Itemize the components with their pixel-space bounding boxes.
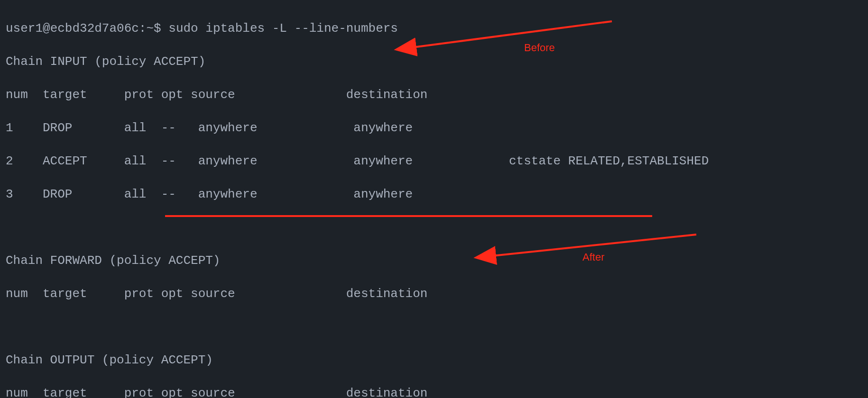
table-row: 2 ACCEPT all -- anywhere anywhere ctstat…: [6, 153, 862, 170]
columns-header-forward: num target prot opt source destination: [6, 286, 862, 302]
prompt-user: user1@ecbd32d7a06c: [6, 21, 139, 36]
chain-forward-header: Chain FORWARD (policy ACCEPT): [6, 253, 862, 269]
table-row: 3 DROP all -- anywhere anywhere: [6, 186, 862, 203]
blank-line: [6, 219, 862, 236]
chain-output-header: Chain OUTPUT (policy ACCEPT): [6, 352, 862, 369]
blank-line: [6, 319, 862, 335]
prompt-line-1: user1@ecbd32d7a06c:~$ sudo iptables -L -…: [6, 20, 862, 37]
chain-input-header-before: Chain INPUT (policy ACCEPT): [6, 54, 862, 70]
columns-header-output: num target prot opt source destination: [6, 385, 862, 398]
columns-header-before: num target prot opt source destination: [6, 87, 862, 103]
table-row: 1 DROP all -- anywhere anywhere: [6, 120, 862, 136]
command-1: sudo iptables -L --line-numbers: [168, 21, 398, 36]
terminal[interactable]: user1@ecbd32d7a06c:~$ sudo iptables -L -…: [0, 0, 868, 398]
